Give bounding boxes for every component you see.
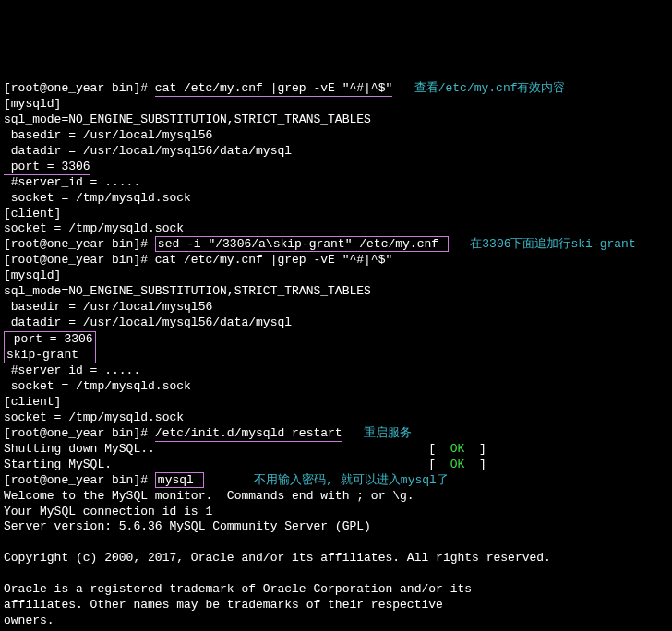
- port-line: port = 3306: [4, 160, 90, 175]
- output-line: sql_mode=NO_ENGINE_SUBSTITUTION,STRICT_T…: [4, 284, 371, 298]
- blank-line: [4, 566, 11, 580]
- shutdown-line: Shutting down MySQL.. [ OK ]: [4, 442, 486, 456]
- output-line: datadir = /usr/local/mysql56/data/mysql: [4, 144, 292, 158]
- prompt: [root@one_year bin]#: [4, 237, 155, 251]
- line-cmd3: [root@one_year bin]# cat /etc/my.cnf |gr…: [4, 253, 392, 267]
- line-cmd2: [root@one_year bin]# sed -i "/3306/a\ski…: [4, 236, 636, 252]
- output-line: [mysqld]: [4, 97, 61, 111]
- output-line: socket = /tmp/mysqld.sock: [4, 411, 184, 424]
- terminal-output: [root@one_year bin]# cat /etc/my.cnf |gr…: [4, 66, 668, 631]
- prompt: [root@one_year bin]#: [4, 426, 155, 440]
- blank-line: [4, 535, 11, 549]
- anno-append: 在3306下面追加行ski-grant: [449, 237, 636, 251]
- output-line: [mysqld]: [4, 268, 61, 282]
- mysql-oracle2: affiliates. Other names may be trademark…: [4, 598, 443, 612]
- highlighted-port-skip: port = 3306 skip-grant: [4, 331, 96, 364]
- cmd-mysql: mysql: [155, 472, 204, 488]
- mysql-conn-id: Your MySQL connection id is 1: [4, 505, 212, 518]
- line-cmd1: [root@one_year bin]# cat /etc/my.cnf |gr…: [4, 81, 566, 97]
- anno-no-password: 不用输入密码, 就可以进入mysql了: [204, 473, 449, 487]
- output-line: sql_mode=NO_ENGINE_SUBSTITUTION,STRICT_T…: [4, 113, 371, 126]
- output-line: [client]: [4, 207, 61, 220]
- output-line: #server_id = .....: [4, 363, 140, 377]
- mysql-oracle1: Oracle is a registered trademark of Orac…: [4, 582, 472, 596]
- cmd-cat1: cat /etc/my.cnf |grep -vE "^#|^$": [155, 81, 392, 97]
- output-line: port = 3306: [4, 160, 90, 175]
- ok-status: OK: [450, 458, 465, 471]
- starting-line: Starting MySQL. [ OK ]: [4, 458, 486, 471]
- output-line: basedir = /usr/local/mysql56: [4, 300, 212, 314]
- output-line: socket = /tmp/mysqld.sock: [4, 191, 191, 205]
- mysql-oracle3: owners.: [4, 613, 54, 627]
- output-line: #server_id = .....: [4, 175, 140, 189]
- anno-view-content: 查看/etc/my.cnf有效内容: [392, 81, 565, 95]
- output-line: socket = /tmp/mysqld.sock: [4, 221, 184, 235]
- ok-status: OK: [450, 442, 465, 456]
- cmd-restart: /etc/init.d/mysqld restart: [155, 426, 342, 442]
- line-cmd4: [root@one_year bin]# /etc/init.d/mysqld …: [4, 426, 412, 442]
- anno-restart: 重启服务: [342, 426, 412, 440]
- mysql-version: Server version: 5.6.36 MySQL Community S…: [4, 519, 371, 533]
- output-line: datadir = /usr/local/mysql56/data/mysql: [4, 316, 292, 329]
- line-cmd5: [root@one_year bin]# mysql 不用输入密码, 就可以进入…: [4, 472, 449, 488]
- mysql-welcome: Welcome to the MySQL monitor. Commands e…: [4, 489, 414, 503]
- output-line: socket = /tmp/mysqld.sock: [4, 379, 191, 393]
- prompt: [root@one_year bin]#: [4, 473, 155, 487]
- mysql-copyright: Copyright (c) 2000, 2017, Oracle and/or …: [4, 551, 551, 565]
- prompt: [root@one_year bin]#: [4, 81, 155, 95]
- output-line: basedir = /usr/local/mysql56: [4, 128, 212, 142]
- output-line: [client]: [4, 395, 61, 409]
- cmd-sed: sed -i "/3306/a\skip-grant" /etc/my.cnf: [155, 236, 449, 252]
